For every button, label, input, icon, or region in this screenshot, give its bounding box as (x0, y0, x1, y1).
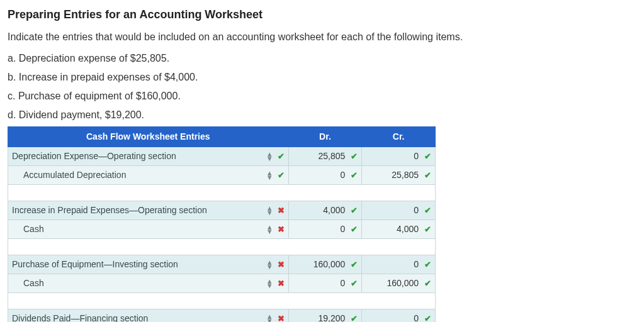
stepper-icon[interactable]: ▲▼ (266, 171, 273, 180)
check-icon: ✔ (351, 150, 358, 163)
cr-input[interactable]: 0✔ (362, 147, 436, 166)
stepper-icon[interactable]: ▲▼ (266, 279, 273, 288)
check-icon: ✔ (424, 223, 431, 236)
dr-input[interactable]: 160,000✔ (288, 255, 362, 274)
cr-input[interactable]: 25,805✔ (362, 166, 436, 185)
dr-input[interactable]: 19,200✔ (288, 309, 362, 323)
x-icon: ✖ (278, 204, 285, 217)
table-row: Cash▲▼✖0✔160,000✔ (8, 274, 436, 293)
dr-input[interactable]: 0✔ (288, 220, 362, 239)
entry-select[interactable]: Dividends Paid—Financing section▲▼✖ (8, 309, 289, 323)
dr-input[interactable]: 0✔ (288, 166, 362, 185)
check-icon: ✔ (351, 169, 358, 182)
x-icon: ✖ (278, 313, 285, 322)
worksheet-table: Cash Flow Worksheet Entries Dr. Cr. Depr… (8, 126, 436, 322)
entry-label: Dividends Paid—Financing section (12, 313, 148, 322)
table-row: Increase in Prepaid Expenses—Operating s… (8, 201, 436, 220)
check-icon: ✔ (424, 204, 431, 217)
cr-input[interactable]: 160,000✔ (362, 274, 436, 293)
entry-select[interactable]: Increase in Prepaid Expenses—Operating s… (8, 201, 289, 220)
item-a: a. Depreciation expense of $25,805. (8, 51, 636, 66)
item-list: a. Depreciation expense of $25,805. b. I… (8, 51, 636, 123)
entry-label: Increase in Prepaid Expenses—Operating s… (12, 205, 207, 215)
check-icon: ✔ (351, 204, 358, 217)
dr-input[interactable]: 25,805✔ (288, 147, 362, 166)
row-spacer (8, 293, 436, 309)
table-row: Accumulated Depreciation▲▼✔0✔25,805✔ (8, 166, 436, 185)
item-b: b. Increase in prepaid expenses of $4,00… (8, 70, 636, 85)
cr-input[interactable]: 0✔ (362, 309, 436, 323)
col-cr: Cr. (362, 127, 436, 147)
check-icon: ✔ (424, 258, 431, 271)
table-row: Purchase of Equipment—Investing section▲… (8, 255, 436, 274)
entry-select[interactable]: Purchase of Equipment—Investing section▲… (8, 255, 289, 274)
check-icon: ✔ (278, 169, 285, 182)
entry-label: Depreciation Expense—Operating section (12, 151, 176, 161)
entry-label: Purchase of Equipment—Investing section (12, 259, 178, 269)
stepper-icon[interactable]: ▲▼ (266, 152, 273, 161)
cr-input[interactable]: 4,000✔ (362, 220, 436, 239)
check-icon: ✔ (424, 169, 431, 182)
table-row: Depreciation Expense—Operating section▲▼… (8, 147, 436, 166)
check-icon: ✔ (351, 313, 358, 322)
stepper-icon[interactable]: ▲▼ (266, 225, 273, 234)
entry-label: Cash (12, 224, 44, 234)
entry-label: Accumulated Depreciation (12, 170, 126, 180)
x-icon: ✖ (278, 258, 285, 271)
entry-select[interactable]: Accumulated Depreciation▲▼✔ (8, 166, 289, 185)
page-title: Preparing Entries for an Accounting Work… (8, 6, 636, 23)
dr-input[interactable]: 0✔ (288, 274, 362, 293)
col-dr: Dr. (288, 127, 362, 147)
cr-input[interactable]: 0✔ (362, 255, 436, 274)
row-spacer (8, 185, 436, 201)
item-c: c. Purchase of equipment of $160,000. (8, 89, 636, 104)
table-row: Cash▲▼✖0✔4,000✔ (8, 220, 436, 239)
stepper-icon[interactable]: ▲▼ (266, 206, 273, 215)
entry-select[interactable]: Cash▲▼✖ (8, 274, 289, 293)
instructions: Indicate the entries that would be inclu… (8, 30, 636, 45)
x-icon: ✖ (278, 277, 285, 290)
check-icon: ✔ (351, 223, 358, 236)
check-icon: ✔ (278, 150, 285, 163)
check-icon: ✔ (351, 258, 358, 271)
item-d: d. Dividend payment, $19,200. (8, 108, 636, 123)
check-icon: ✔ (351, 277, 358, 290)
stepper-icon[interactable]: ▲▼ (266, 260, 273, 269)
dr-input[interactable]: 4,000✔ (288, 201, 362, 220)
col-entries: Cash Flow Worksheet Entries (8, 127, 289, 147)
cr-input[interactable]: 0✔ (362, 201, 436, 220)
entry-select[interactable]: Cash▲▼✖ (8, 220, 289, 239)
check-icon: ✔ (424, 150, 431, 163)
check-icon: ✔ (424, 313, 431, 322)
entry-label: Cash (12, 278, 44, 288)
stepper-icon[interactable]: ▲▼ (266, 314, 273, 323)
entry-select[interactable]: Depreciation Expense—Operating section▲▼… (8, 147, 289, 166)
x-icon: ✖ (278, 223, 285, 236)
check-icon: ✔ (424, 277, 431, 290)
row-spacer (8, 239, 436, 255)
table-row: Dividends Paid—Financing section▲▼✖19,20… (8, 309, 436, 323)
